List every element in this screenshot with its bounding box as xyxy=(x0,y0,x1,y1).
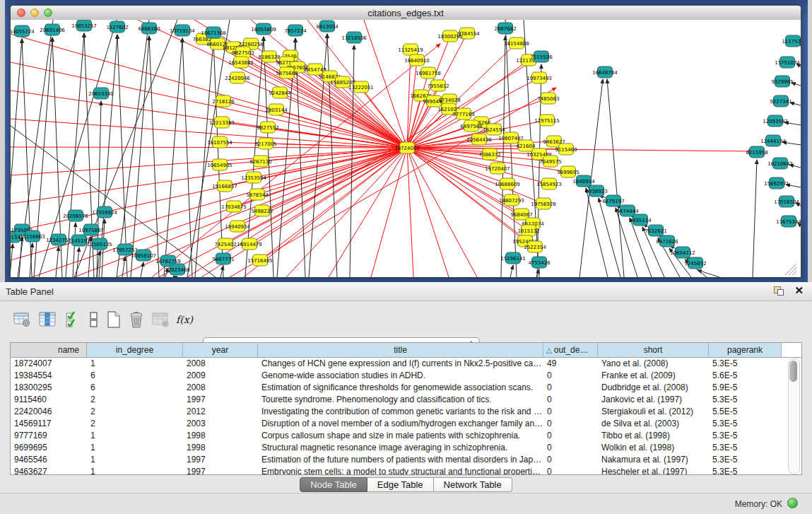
table-cell[interactable]: 2 xyxy=(87,406,183,418)
delete-icon[interactable] xyxy=(127,310,146,329)
tab-edge-table[interactable]: Edge Table xyxy=(367,477,434,492)
table-cell[interactable]: Structural magnetic resonance image aver… xyxy=(258,442,543,454)
table-cell[interactable]: 5.3E-5 xyxy=(709,358,782,370)
network-window-titlebar[interactable]: citations_edges.txt xyxy=(11,6,801,21)
table-cell[interactable]: Tibbo et al. (1998) xyxy=(598,430,709,442)
table-cell[interactable]: 0 xyxy=(543,382,598,394)
table-cell[interactable]: 5.3E-5 xyxy=(709,466,782,475)
table-cell[interactable]: 2008 xyxy=(183,358,258,370)
table-row[interactable]: 977716911998Corpus callosum shape and si… xyxy=(11,430,801,442)
table-cell[interactable]: Investigating the contribution of common… xyxy=(258,406,543,418)
table-cell[interactable]: 1997 xyxy=(183,466,258,475)
table-row[interactable]: 946362711997Embryonic stem cells: a mode… xyxy=(11,466,801,475)
table-cell[interactable]: Jankovic et al. (1997) xyxy=(598,394,709,406)
column-header-short[interactable]: short xyxy=(598,343,709,357)
table-cell[interactable]: Dudbridge et al. (2008) xyxy=(598,382,709,394)
table-cell[interactable]: 0 xyxy=(543,394,598,406)
column-header-year[interactable]: year xyxy=(183,343,258,357)
table-cell[interactable]: 5.3E-5 xyxy=(709,454,782,466)
function-builder-icon[interactable]: f(x) xyxy=(175,310,194,329)
table-cell[interactable]: 5.5E-5 xyxy=(709,406,782,418)
table-cell[interactable]: Corpus callosum shape and size in male p… xyxy=(258,430,543,442)
table-scrollbar-thumb[interactable] xyxy=(789,361,797,382)
table-cell[interactable]: 9465546 xyxy=(11,454,87,466)
new-file-icon[interactable] xyxy=(105,310,123,329)
table-cell[interactable]: 0 xyxy=(543,442,598,454)
tab-network-table[interactable]: Network Table xyxy=(434,477,512,492)
tab-node-table[interactable]: Node Table xyxy=(300,477,367,492)
table-cell[interactable]: 18300295 xyxy=(11,382,87,394)
unselect-all-icon[interactable] xyxy=(85,310,103,329)
table-cell[interactable]: 18724007 xyxy=(11,358,87,370)
select-column-icon[interactable] xyxy=(38,310,57,329)
column-header-in_degree[interactable]: in_degree xyxy=(87,343,183,357)
table-cell[interactable]: Disruption of a novel member of a sodium… xyxy=(258,418,543,430)
table-cell[interactable]: Estimation of the future numbers of pati… xyxy=(258,454,543,466)
table-cell[interactable]: 6 xyxy=(87,382,183,394)
table-cell[interactable]: Franke et al. (2009) xyxy=(598,370,709,382)
table-cell[interactable]: 0 xyxy=(543,406,598,418)
table-row[interactable]: 1872400712008Changes of HCN gene express… xyxy=(11,358,801,370)
column-header-name[interactable]: name xyxy=(11,343,87,357)
table-cell[interactable]: 2008 xyxy=(183,382,258,394)
table-cell[interactable]: Tourette syndrome. Phenomenology and cla… xyxy=(258,394,543,406)
table-row[interactable]: 1456911722003Disruption of a novel membe… xyxy=(11,418,801,430)
table-cell[interactable]: 1 xyxy=(87,358,183,370)
table-cell[interactable]: Changes of HCN gene expression and I(f) … xyxy=(258,358,543,370)
table-row[interactable]: 911546021997Tourette syndrome. Phenomeno… xyxy=(11,394,801,406)
table-cell[interactable]: 14569117 xyxy=(11,418,87,430)
table-cell[interactable]: 0 xyxy=(543,370,598,382)
table-cell[interactable]: 1 xyxy=(87,466,183,475)
table-cell[interactable]: 2 xyxy=(87,394,183,406)
table-cell[interactable]: 5.3E-5 xyxy=(709,442,782,454)
column-header-title[interactable]: title xyxy=(258,343,543,357)
table-cell[interactable]: Yano et al. (2008) xyxy=(598,358,709,370)
table-cell[interactable]: 49 xyxy=(543,358,598,370)
table-cell[interactable]: 5.6E-5 xyxy=(709,370,782,382)
network-canvas[interactable]: 1872400776638228660128891295422260258982… xyxy=(11,20,801,277)
table-cell[interactable]: 0 xyxy=(543,418,598,430)
table-cell[interactable]: Stergiakouli et al. (2012) xyxy=(598,406,709,418)
table-cell[interactable]: Estimation of significance thresholds fo… xyxy=(258,382,543,394)
table-cell[interactable]: 2009 xyxy=(183,370,258,382)
table-cell[interactable]: 6 xyxy=(87,370,183,382)
table-cell[interactable]: 0 xyxy=(543,466,598,475)
table-row[interactable]: 969969511998Structural magnetic resonanc… xyxy=(11,442,801,454)
select-all-icon[interactable] xyxy=(64,310,82,329)
table-cell[interactable]: 1 xyxy=(87,454,183,466)
table-cell[interactable]: 1998 xyxy=(183,430,258,442)
table-cell[interactable]: 2012 xyxy=(183,406,258,418)
table-cell[interactable]: Hescheler et al. (1997) xyxy=(598,466,709,475)
table-cell[interactable]: 5.3E-5 xyxy=(709,430,782,442)
table-cell[interactable]: 9777169 xyxy=(11,430,87,442)
close-panel-icon[interactable]: ✕ xyxy=(794,284,804,297)
table-cell[interactable]: 1997 xyxy=(183,394,258,406)
table-cell[interactable]: 5.3E-5 xyxy=(709,394,782,406)
table-row[interactable]: 2242004622012Investigating the contribut… xyxy=(11,406,801,418)
table-cell[interactable]: 9115460 xyxy=(11,394,87,406)
table-cell[interactable]: 9463627 xyxy=(11,466,87,475)
table-cell[interactable]: 0 xyxy=(543,454,598,466)
table-cell[interactable]: 1 xyxy=(87,430,183,442)
column-header-pagerank[interactable]: pagerank xyxy=(709,343,782,357)
table-scrollbar[interactable] xyxy=(788,358,800,474)
float-panel-icon[interactable] xyxy=(774,286,784,296)
table-cell[interactable]: 5.3E-5 xyxy=(709,418,782,430)
table-cell[interactable]: Embryonic stem cells: a model to study s… xyxy=(258,466,543,475)
column-header-out_de[interactable]: △out_de… xyxy=(543,343,598,357)
table-row[interactable]: 1938455462009Genome-wide association stu… xyxy=(11,370,801,382)
table-cell[interactable]: 2003 xyxy=(183,418,258,430)
table-settings-icon[interactable] xyxy=(13,310,31,329)
table-row[interactable]: 946554611997Estimation of the future num… xyxy=(11,454,801,466)
table-cell[interactable]: 1998 xyxy=(183,442,258,454)
import-table-icon[interactable] xyxy=(151,310,170,329)
table-cell[interactable]: 9699695 xyxy=(11,442,87,454)
table-row[interactable]: 1830029562008Estimation of significance … xyxy=(11,382,801,394)
table-cell[interactable]: 22420046 xyxy=(11,406,87,418)
table-cell[interactable]: de Silva et al. (2003) xyxy=(598,418,709,430)
table-cell[interactable]: Genome-wide association studies in ADHD. xyxy=(258,370,543,382)
table-cell[interactable]: Nakamura et al. (1997) xyxy=(598,454,709,466)
table-cell[interactable]: 0 xyxy=(543,430,598,442)
table-cell[interactable]: 19384554 xyxy=(11,370,87,382)
table-cell[interactable]: 1 xyxy=(87,442,183,454)
